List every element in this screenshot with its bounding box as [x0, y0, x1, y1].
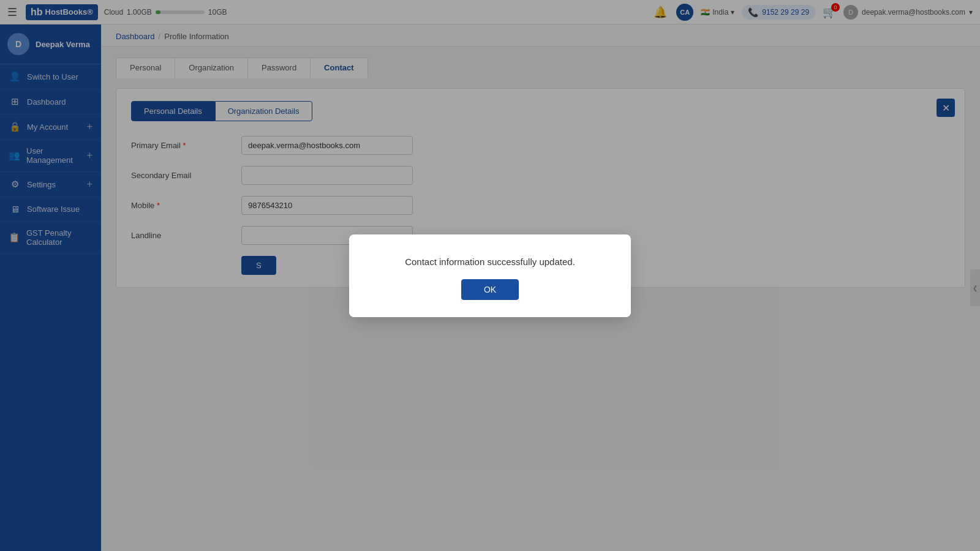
modal-overlay: Contact information successfully updated… [0, 0, 980, 551]
dialog-message: Contact information successfully updated… [405, 257, 575, 267]
success-dialog: Contact information successfully updated… [349, 234, 631, 317]
dialog-ok-button[interactable]: OK [461, 279, 519, 300]
